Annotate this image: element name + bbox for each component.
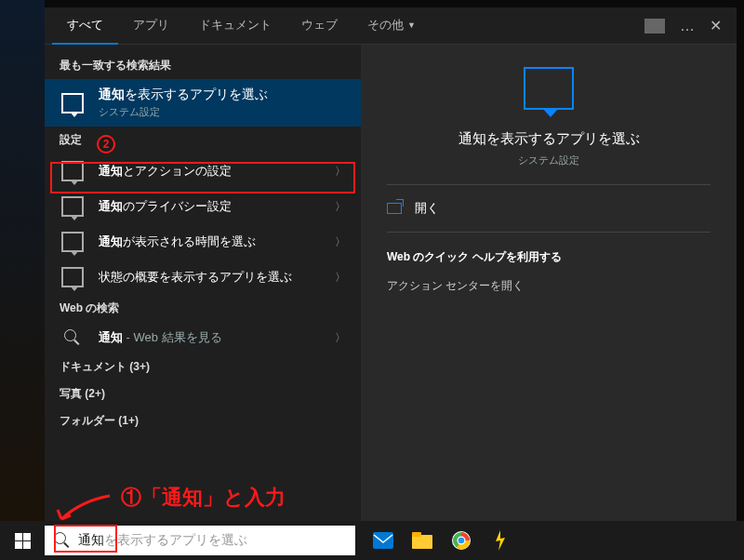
windows-logo-icon <box>15 533 31 549</box>
notification-icon <box>61 267 84 287</box>
web-search-header: Web の検索 <box>45 295 361 322</box>
search-tabs: すべて アプリ ドキュメント ウェブ その他 ▼ … ✕ <box>45 7 737 45</box>
taskbar-chrome-icon[interactable] <box>445 525 478 556</box>
chevron-right-icon: 〉 <box>335 234 346 250</box>
best-match-result[interactable]: 通知を表示するアプリを選ぶ システム設定 <box>45 79 361 127</box>
quick-help-header: Web のクイック ヘルプを利用する <box>387 249 711 265</box>
open-label: 開く <box>415 200 439 217</box>
notification-icon <box>61 196 84 217</box>
search-icon <box>64 329 81 346</box>
documents-group[interactable]: ドキュメント (3+) <box>45 353 361 380</box>
preview-title: 通知を表示するアプリを選ぶ <box>458 130 640 148</box>
search-icon <box>54 532 71 549</box>
chevron-right-icon: 〉 <box>335 330 346 346</box>
chevron-right-icon: 〉 <box>335 199 346 215</box>
settings-item-label: 通知が表示される時間を選ぶ <box>99 233 316 250</box>
svg-rect-2 <box>412 532 421 537</box>
account-thumbnail[interactable] <box>644 19 665 33</box>
settings-item-label: 状態の概要を表示するアプリを選ぶ <box>99 269 316 286</box>
open-icon <box>387 203 402 214</box>
folders-group[interactable]: フォルダー (1+) <box>45 407 361 434</box>
close-button[interactable]: ✕ <box>710 17 722 34</box>
taskbar-search-box[interactable]: 通知を表示するアプリを選ぶ <box>45 526 355 555</box>
result-preview-pane: 通知を表示するアプリを選ぶ システム設定 開く Web のクイック ヘルプを利用… <box>361 45 737 521</box>
search-input-text: 通知を表示するアプリを選ぶ <box>78 532 247 549</box>
more-options-button[interactable]: … <box>680 18 695 34</box>
svg-rect-1 <box>412 535 432 549</box>
settings-item-label: 通知のプライバシー設定 <box>99 198 316 215</box>
quick-help-open-action-center[interactable]: アクション センターを開く <box>387 278 711 294</box>
tab-apps[interactable]: アプリ <box>118 7 184 45</box>
notification-icon <box>524 67 574 110</box>
taskbar-pinned-apps <box>366 525 517 556</box>
best-match-subtitle: システム設定 <box>99 105 346 119</box>
results-list: 最も一致する検索結果 通知を表示するアプリを選ぶ システム設定 設定 通知とアク… <box>45 45 361 521</box>
taskbar: 通知を表示するアプリを選ぶ <box>0 521 744 560</box>
tab-more[interactable]: その他 ▼ <box>352 7 431 45</box>
taskbar-file-explorer-icon[interactable] <box>405 525 439 556</box>
settings-item-label: 通知とアクションの設定 <box>99 163 316 180</box>
tab-documents[interactable]: ドキュメント <box>184 7 286 45</box>
settings-item-status-apps[interactable]: 状態の概要を表示するアプリを選ぶ 〉 <box>45 260 361 295</box>
desktop-background-strip <box>0 0 45 521</box>
chevron-right-icon: 〉 <box>335 270 346 286</box>
web-search-label: 通知 - Web 結果を見る <box>99 329 316 346</box>
preview-subtitle: システム設定 <box>518 153 579 167</box>
photos-group[interactable]: 写真 (2+) <box>45 380 361 407</box>
web-search-item[interactable]: 通知 - Web 結果を見る 〉 <box>45 322 361 353</box>
tab-all[interactable]: すべて <box>52 7 118 45</box>
chevron-down-icon: ▼ <box>407 20 416 30</box>
svg-rect-0 <box>373 532 393 549</box>
notification-icon <box>61 161 84 181</box>
best-match-header: 最も一致する検索結果 <box>45 52 361 79</box>
best-match-title: 通知を表示するアプリを選ぶ <box>99 87 346 103</box>
settings-item-notifications-actions[interactable]: 通知とアクションの設定 〉 <box>45 153 361 189</box>
search-results-panel: すべて アプリ ドキュメント ウェブ その他 ▼ … ✕ 最も一致する検索結果 … <box>45 7 737 521</box>
settings-header: 設定 <box>45 127 361 153</box>
settings-item-notification-duration[interactable]: 通知が表示される時間を選ぶ 〉 <box>45 224 361 260</box>
tab-web[interactable]: ウェブ <box>286 7 352 45</box>
taskbar-app-icon[interactable] <box>484 525 517 556</box>
chevron-right-icon: 〉 <box>335 164 346 180</box>
notification-icon <box>61 232 84 252</box>
open-action[interactable]: 開く <box>387 185 711 232</box>
tab-more-label: その他 <box>367 17 404 33</box>
taskbar-mail-icon[interactable] <box>366 525 400 556</box>
start-button[interactable] <box>0 521 45 560</box>
settings-item-notification-privacy[interactable]: 通知のプライバシー設定 〉 <box>45 189 361 224</box>
svg-point-6 <box>458 538 465 544</box>
notification-icon <box>61 93 84 113</box>
